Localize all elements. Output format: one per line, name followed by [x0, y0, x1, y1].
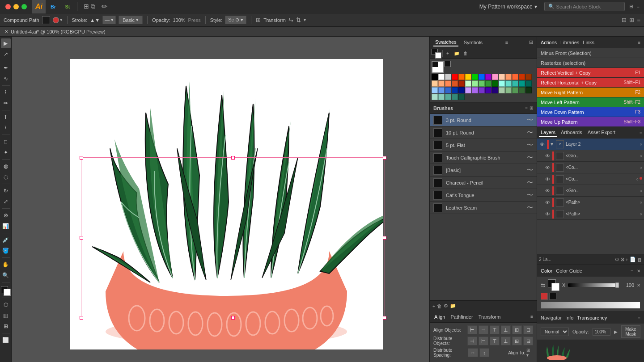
stroke-swatch[interactable]	[53, 17, 59, 23]
swatch-color-49[interactable]	[458, 94, 465, 100]
align-bottom-btn[interactable]: ⊟	[523, 325, 533, 334]
hamburger-icon[interactable]: ≡	[637, 17, 640, 23]
color-fg-bg[interactable]	[548, 279, 559, 291]
swatch-color-46[interactable]	[438, 94, 445, 100]
swatch-color-1[interactable]	[438, 74, 445, 80]
dist-center-h-btn[interactable]: ⊢	[479, 337, 488, 345]
eraser-tool[interactable]: ◍	[1, 161, 11, 171]
brush-item-1[interactable]: 10 pt. Round〜	[430, 126, 537, 139]
layer-circle-1[interactable]: ○	[640, 154, 642, 158]
swatch-color-25[interactable]	[499, 80, 505, 87]
pencil-tool[interactable]: ✏	[1, 98, 11, 108]
eye-icon-2[interactable]: 👁	[544, 164, 551, 171]
trans-menu-icon[interactable]: ≡	[638, 316, 640, 320]
align-to-icon[interactable]: ⊞ ▾	[526, 348, 533, 358]
actions-menu-icon[interactable]: ≡	[638, 40, 640, 45]
brush-item-3[interactable]: Touch Calligraphic Brush〜	[430, 152, 537, 164]
align-center-h-btn[interactable]: ⊣	[479, 325, 488, 334]
grid-view-toolbar-icon[interactable]: ⊟	[622, 17, 627, 23]
make-mask-btn[interactable]: Make Mask	[621, 325, 640, 338]
layer-item-3[interactable]: 👁<Co...○	[537, 173, 644, 185]
eye-icon-5[interactable]: 👁	[544, 199, 551, 206]
select-tool[interactable]: ▶	[1, 38, 11, 48]
color-swap-icon[interactable]: ⇆	[541, 282, 545, 288]
swatch-del-btn[interactable]: 🗑	[462, 50, 470, 58]
swatch-color-29[interactable]	[525, 80, 532, 87]
dist-bottom-btn[interactable]: ⊟	[523, 337, 533, 345]
handle-mr[interactable]	[383, 236, 386, 240]
swatch-color-39[interactable]	[492, 87, 498, 93]
brush-item-6[interactable]: Cat's Tongue〜	[430, 189, 537, 202]
tab-transform[interactable]: Transform	[478, 313, 502, 320]
canvas-area[interactable]	[12, 37, 429, 362]
align-right-btn[interactable]: ⊤	[490, 325, 500, 334]
fill-none[interactable]: ⬡	[1, 300, 11, 310]
swatch-color-30[interactable]	[432, 87, 438, 93]
brush-options-icon[interactable]: ⚙	[444, 303, 448, 309]
swatch-color-16[interactable]	[438, 80, 445, 87]
preset-red[interactable]	[541, 293, 548, 300]
action-item-1[interactable]: Rasterize (selection)	[537, 58, 644, 68]
swatch-color-preview[interactable]	[432, 49, 441, 59]
swatch-color-21[interactable]	[472, 80, 478, 87]
tab-pathfinder[interactable]: Pathfinder	[449, 313, 474, 320]
more-options-icon[interactable]: ▾	[304, 17, 306, 22]
swatch-black[interactable]	[445, 61, 451, 67]
paintbrush-tool[interactable]: ⌇	[1, 88, 11, 97]
preset-black[interactable]	[549, 293, 556, 300]
swatch-color-19[interactable]	[458, 80, 465, 87]
brush-item-7[interactable]: Leather Seam〜	[430, 202, 537, 214]
new-swatch-btn[interactable]: +	[444, 50, 452, 58]
eye-icon-4[interactable]: 👁	[544, 188, 551, 194]
opacity-trans-field[interactable]	[593, 328, 610, 336]
swatches-menu-icon[interactable]: ≡	[505, 40, 508, 45]
swatch-color-48[interactable]	[452, 94, 458, 100]
tab-libraries[interactable]: Libraries	[560, 40, 579, 45]
eye-icon-1[interactable]: 👁	[544, 153, 551, 159]
swatch-color-41[interactable]	[505, 87, 512, 93]
swatch-color-38[interactable]	[485, 87, 491, 93]
swatch-color-10[interactable]	[499, 74, 505, 80]
layer-circle-2[interactable]: ○	[640, 165, 642, 170]
brush-lib-icon[interactable]: 📁	[450, 303, 456, 309]
layer-circle-4[interactable]: ○	[640, 189, 642, 193]
layer-item-2[interactable]: 👁<Co...○	[537, 162, 644, 173]
tab-symbols[interactable]: Symbols	[462, 39, 484, 46]
swatch-color-23[interactable]	[485, 80, 491, 87]
swatch-color-12[interactable]	[512, 74, 518, 80]
dist-center-v-btn[interactable]: ⊞	[512, 337, 522, 345]
tab-align[interactable]: Align	[433, 313, 446, 320]
rect-tool[interactable]: □	[1, 137, 11, 147]
dist-top-btn[interactable]: ⊥	[501, 337, 511, 345]
align-top-btn[interactable]: ⊥	[501, 325, 511, 334]
lasso-tool[interactable]: ◌	[1, 172, 11, 182]
align-icon[interactable]: ⇆	[288, 17, 293, 23]
layer-expand-0[interactable]: ▶	[550, 143, 554, 146]
fill-color-swatch[interactable]	[42, 16, 50, 24]
swatch-color-0[interactable]	[432, 74, 438, 80]
color-gradient-bar[interactable]	[541, 302, 640, 309]
doc-close-btn[interactable]: ✕	[4, 29, 8, 34]
color-menu-icon[interactable]: ≡	[631, 269, 633, 274]
layer-circle-0[interactable]: ○	[640, 142, 642, 147]
swatch-color-43[interactable]	[519, 87, 525, 93]
trans-arrow-icon[interactable]: ▶	[614, 329, 618, 334]
layer-item-4[interactable]: 👁<Gro...○	[537, 185, 644, 197]
swatch-color-7[interactable]	[479, 74, 485, 80]
swatch-color-37[interactable]	[479, 87, 485, 93]
swatch-color-26[interactable]	[505, 80, 512, 87]
action-item-0[interactable]: Minus Front (Selection)	[537, 48, 644, 58]
blend-tool[interactable]: ⊗	[1, 210, 11, 220]
swatch-color-8[interactable]	[485, 74, 491, 80]
tab-navigator[interactable]: Navigator	[541, 315, 562, 320]
swatch-color-3[interactable]	[452, 74, 458, 80]
action-item-2[interactable]: Reflect Vertical + CopyF1	[537, 68, 644, 78]
illustrator-icon[interactable]: Ai	[32, 0, 46, 13]
tab-links[interactable]: Links	[583, 40, 594, 45]
swatch-color-11[interactable]	[505, 74, 512, 80]
brush-tool-icon[interactable]: ✏	[99, 2, 110, 11]
swatch-color-44[interactable]	[525, 87, 532, 93]
eye-icon-0[interactable]: 👁	[539, 141, 545, 147]
layer-item-6[interactable]: 👁<Path>○	[537, 208, 644, 220]
delete-layer-icon[interactable]: 🗑	[637, 257, 642, 262]
